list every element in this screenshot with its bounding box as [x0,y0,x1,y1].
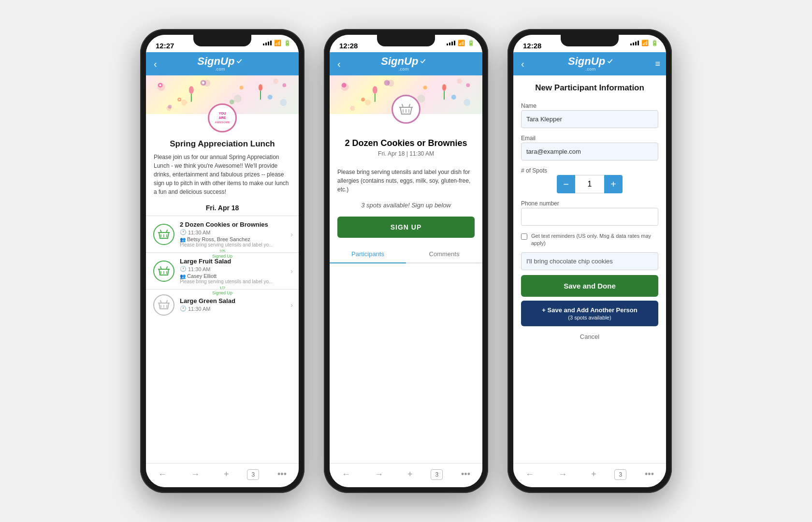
nav-tabs-1[interactable]: 3 [247,469,259,480]
people-icon-2: 👥 [180,274,186,279]
signup-button[interactable]: SIGN UP [337,217,475,238]
list-item-2[interactable]: 1/2Signed Up Large Fruit Salad 🕐 11:30 A… [146,252,299,289]
tab-participants[interactable]: Participants [330,246,406,263]
banner-1: youAREAwesome [146,75,299,114]
svg-point-3 [179,99,180,100]
status-icons-2: 📶 🔋 [447,40,475,46]
event-date: Fri. Apr 18 [146,202,299,216]
nav-forward-2[interactable]: → [369,467,389,481]
bottom-nav-1: ← → + 3 ••• [146,463,299,487]
nav-add-3[interactable]: + [585,467,602,481]
logo-checkmark-2 [420,58,426,65]
nav-tabs-3[interactable]: 3 [614,469,626,480]
name-input[interactable] [521,110,658,128]
checkbox-label: Get text reminders (US only. Msg & data … [531,232,658,247]
detail-title: 2 Dozen Cookies or Brownies [337,138,475,148]
event-desc: Please join us for our annual Spring App… [146,153,299,202]
spots-counter: − 1 + [521,175,658,193]
banner-2 [330,75,482,114]
nav-more-2[interactable]: ••• [455,467,476,481]
logo-signup-2: SignUp [381,56,426,67]
item-time-1: 🕐 11:30 AM [180,229,287,235]
nav-forward-3[interactable]: → [552,467,573,481]
svg-point-5 [202,82,204,84]
app-header-1: ‹ SignUp .com [146,52,299,75]
logo-2: SignUp .com [381,56,426,72]
item-icon-3 [153,294,174,316]
wifi-icon: 📶 [274,40,281,46]
bottom-nav-3: ← → + 3 ••• [513,463,666,487]
battery-icon-3: 🔋 [651,40,658,46]
comment-input[interactable]: I'll bring chocolate chip cookies [521,252,658,270]
back-button-3[interactable]: ‹ [519,57,526,72]
save-add-button[interactable]: + Save and Add Another Person (3 spots a… [521,301,658,326]
svg-point-1 [160,84,161,86]
nav-back-3[interactable]: ← [520,467,540,481]
app-header-2: ‹ SignUp .com [330,52,482,75]
logo-signup-1: SignUp [197,56,243,67]
clock-icon-2: 🕐 [180,266,187,272]
battery-icon: 🔋 [284,40,291,46]
cancel-button[interactable]: Cancel [513,330,666,343]
phone-label: Phone number [513,198,666,208]
increment-button[interactable]: + [604,175,623,193]
back-button-2[interactable]: ‹ [335,57,343,72]
nav-more-1[interactable]: ••• [272,467,292,481]
screen-2-content: 2 Dozen Cookies or Brownies Fri. Apr 18 … [330,114,482,463]
email-label: Email [513,133,666,143]
nav-add-2[interactable]: + [402,467,419,481]
svg-point-37 [442,84,446,91]
phone-input[interactable] [521,208,658,226]
phones-container: 12:27 📶 🔋 ‹ SignUp [140,29,672,493]
logo-checkmark-1 [236,58,243,65]
svg-point-28 [342,83,347,87]
phone-3: 12:28 📶 🔋 ‹ SignUp [508,29,672,493]
banner-icon-2 [392,95,420,124]
logo-3: SignUp .com [568,56,613,72]
detail-datetime: Fri. Apr 18 | 11:30 AM [337,150,475,157]
nav-forward-1[interactable]: → [185,467,205,481]
time-2: 12:28 [339,42,358,50]
checkbox-row: Get text reminders (US only. Msg & data … [513,231,666,252]
email-input[interactable] [521,143,658,160]
nav-more-3[interactable]: ••• [639,467,660,481]
nav-back-2[interactable]: ← [336,467,356,481]
item-icon-2 [153,261,174,282]
screen-1-content: Spring Appreciation Lunch Please join us… [146,114,299,463]
screen-3-content: New Participant Information Name Email #… [513,75,666,463]
phone-1: 12:27 📶 🔋 ‹ SignUp [140,29,304,493]
chevron-3: › [290,301,293,309]
nav-add-1[interactable]: + [218,467,235,481]
wifi-icon-2: 📶 [458,40,465,46]
phone-2: 12:28 📶 🔋 ‹ SignUp [324,29,488,493]
item-title-1: 2 Dozen Cookies or Brownies [180,221,287,228]
clock-icon-3: 🕐 [180,305,187,312]
list-item-3[interactable]: Large Green Salad 🕐 11:30 AM › [146,289,299,320]
people-icon-1: 👥 [180,237,186,242]
text-reminder-checkbox[interactable] [521,233,527,240]
back-button-1[interactable]: ‹ [152,57,159,72]
item-time-3: 🕐 11:30 AM [180,305,287,312]
signal-bars-2 [447,41,455,45]
list-item-1[interactable]: 2/5Signed Up 2 Dozen Cookies or Brownies… [146,216,299,252]
save-done-button[interactable]: Save and Done [521,275,658,297]
nav-tabs-2[interactable]: 3 [431,469,443,480]
chevron-2: › [290,267,293,275]
svg-point-12 [189,86,194,94]
item-time-2: 🕐 11:30 AM [180,266,287,272]
tabs-row: Participants Comments [330,246,482,263]
bottom-nav-2: ← → + 3 ••• [330,463,482,487]
time-3: 12:28 [523,42,541,50]
tab-comments[interactable]: Comments [406,246,482,263]
banner-icon-1: youAREAwesome [208,95,237,124]
svg-point-14 [259,84,262,91]
basket-svg-2 [157,264,171,278]
basket-detail-icon [398,102,414,117]
name-label: Name [513,101,666,110]
logo-1: SignUp .com [197,56,243,72]
decrement-button[interactable]: − [557,175,575,193]
hamburger-button-3[interactable]: ≡ [655,59,660,69]
nav-back-1[interactable]: ← [152,467,173,481]
time-1: 12:27 [156,42,174,50]
spots-value: 1 [575,175,604,193]
